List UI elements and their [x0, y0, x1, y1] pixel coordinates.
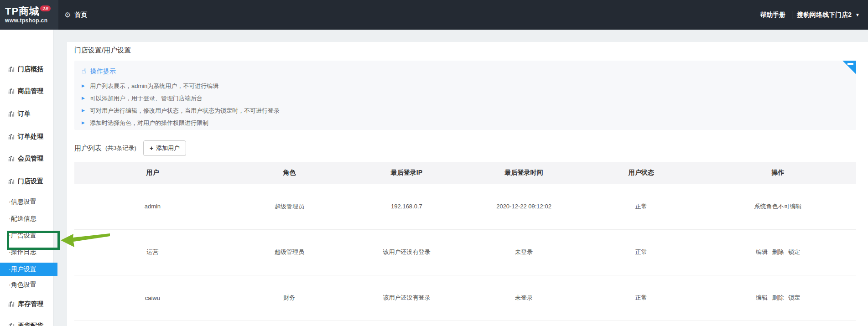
sidebar-item-operation-log[interactable]: ·操作日志: [0, 246, 53, 259]
cell-role: 超级管理员: [231, 184, 348, 229]
store-switcher[interactable]: 搜豹网络线下门店2 ▼: [797, 11, 860, 19]
lock-link[interactable]: 锁定: [788, 248, 800, 255]
tip-item: ▶ 用户列表展示，admin为系统用户，不可进行编辑: [82, 80, 838, 92]
cell-ops: 编辑 删除 锁定: [700, 275, 856, 321]
sidebar-item-goods-allocation[interactable]: 要货配货: [0, 320, 53, 326]
sidebar-item-label: 商品管理: [18, 87, 43, 95]
delete-link[interactable]: 删除: [772, 248, 784, 255]
cell-status: 正常: [582, 184, 700, 229]
sidebar-item-label: ·用户设置: [9, 265, 36, 274]
chart-icon: [8, 155, 15, 162]
sidebar-item-label: 库存管理: [18, 300, 43, 308]
tips-list: ▶ 用户列表展示，admin为系统用户，不可进行编辑 ▶ 可以添加用户，用于登录…: [82, 80, 838, 129]
cell-ip: 192.168.0.7: [348, 184, 465, 229]
lock-link[interactable]: 锁定: [788, 294, 800, 301]
sidebar-item-ad-settings[interactable]: ·广告设置: [0, 229, 53, 242]
sidebar-item-label: 订单: [18, 110, 31, 118]
app-logo: TP商城 3.0 www.tpshop.cn: [0, 0, 58, 30]
sidebar-item-label: ·配送信息: [9, 215, 36, 223]
hand-click-icon: ☝: [82, 67, 86, 75]
delete-link[interactable]: 删除: [772, 294, 784, 301]
bullet-icon: ▶: [82, 109, 85, 113]
user-list-header: 用户列表 (共3条记录) + 添加用户: [74, 141, 856, 155]
cell-role: 财务: [231, 275, 348, 321]
breadcrumb: 门店设置/用户设置: [74, 46, 856, 55]
chart-icon: [8, 66, 15, 73]
logo-version-badge: 3.0: [40, 5, 51, 11]
main-content: 门店设置/用户设置 ☝ 操作提示 ▶ 用户列表展示，admin为系统用户，不可进…: [67, 42, 868, 326]
sidebar-item-label: ·信息设置: [9, 198, 36, 206]
col-header-ip: 最后登录IP: [348, 162, 465, 184]
tip-item: ▶ 可以添加用户，用于登录、管理门店端后台: [82, 92, 838, 104]
top-bar-right: 帮助手册 搜豹网络线下门店2 ▼: [760, 11, 868, 19]
edit-link[interactable]: 编辑: [756, 248, 768, 255]
table-header-row: 用户 角色 最后登录IP 最后登录时间 用户状态 操作: [74, 162, 856, 184]
sidebar-item-role-settings[interactable]: ·角色设置: [0, 279, 53, 291]
add-user-button[interactable]: + 添加用户: [143, 140, 186, 156]
tip-item: ▶ 可对用户进行编辑，修改用户状态，当用户状态为锁定时，不可进行登录: [82, 104, 838, 117]
cell-user: admin: [74, 184, 231, 229]
sidebar-item-label: ·角色设置: [9, 281, 36, 289]
sidebar-item-label: 会员管理: [18, 155, 43, 163]
edit-link[interactable]: 编辑: [756, 294, 768, 301]
cell-time: 未登录: [465, 229, 582, 275]
col-header-ops: 操作: [700, 162, 856, 184]
chevron-down-icon: ▼: [855, 12, 860, 17]
table-row: caiwu 财务 该用户还没有登录 未登录 正常 编辑 删除 锁定: [74, 275, 856, 321]
help-manual-link[interactable]: 帮助手册: [760, 11, 785, 19]
sidebar-item-member-management[interactable]: 会员管理: [0, 152, 53, 165]
cell-ops: 系统角色不可编辑: [700, 184, 856, 229]
sidebar-item-orders[interactable]: 订单: [0, 108, 53, 120]
top-bar: TP商城 3.0 www.tpshop.cn ⚙ 首页 帮助手册 搜豹网络线下门…: [0, 0, 868, 30]
chart-icon: [8, 110, 15, 118]
nav-home[interactable]: ⚙ 首页: [64, 11, 87, 19]
add-user-label: 添加用户: [156, 144, 180, 152]
col-header-time: 最后登录时间: [465, 162, 582, 184]
col-header-role: 角色: [231, 162, 348, 184]
col-header-user: 用户: [74, 162, 231, 184]
cell-status: 正常: [582, 229, 700, 275]
table-row: 运营 超级管理员 该用户还没有登录 未登录 正常 编辑 删除 锁定: [74, 229, 856, 275]
bullet-icon: ▶: [82, 96, 85, 100]
sidebar-item-label: 订单处理: [18, 133, 43, 141]
chart-icon: [8, 178, 15, 185]
bullet-icon: ▶: [82, 121, 85, 125]
bullet-icon: ▶: [82, 84, 85, 88]
tips-title: ☝ 操作提示: [82, 66, 838, 76]
cell-ip: 该用户还没有登录: [348, 229, 465, 275]
tip-text: 添加时选择角色，对用户的操作权限进行限制: [90, 119, 208, 127]
gear-icon: ⚙: [64, 11, 71, 19]
tip-text: 可以添加用户，用于登录、管理门店端后台: [90, 94, 203, 103]
sidebar-item-store-settings[interactable]: 门店设置: [0, 175, 53, 188]
chart-icon: [8, 133, 15, 140]
sidebar-item-user-settings[interactable]: ·用户设置: [0, 263, 57, 276]
sidebar-item-info-settings[interactable]: ·信息设置: [0, 196, 53, 208]
sidebar-item-order-processing[interactable]: 订单处理: [0, 130, 53, 143]
chart-icon: [8, 88, 15, 95]
system-role-note: 系统角色不可编辑: [754, 203, 802, 210]
sidebar: 门店概括 商品管理 订单 订单处理 会员管理 门店设置 ·信息设置 ·配送信息 …: [0, 30, 53, 326]
cell-ops: 编辑 删除 锁定: [700, 229, 856, 275]
cell-role: 超级管理员: [231, 229, 348, 275]
sidebar-item-store-overview[interactable]: 门店概括: [0, 63, 53, 76]
sidebar-item-delivery-info[interactable]: ·配送信息: [0, 212, 53, 225]
collapse-dash-icon: [847, 63, 853, 65]
user-table: 用户 角色 最后登录IP 最后登录时间 用户状态 操作 admin 超级管理员 …: [74, 162, 856, 321]
separator: [792, 11, 792, 19]
sidebar-item-inventory-management[interactable]: 库存管理: [0, 298, 53, 310]
cell-user: 运营: [74, 229, 231, 275]
plus-icon: +: [150, 145, 153, 151]
record-count: (共3条记录): [105, 144, 136, 152]
nav-home-label: 首页: [74, 11, 87, 19]
chart-icon: [8, 322, 15, 326]
sidebar-item-product-management[interactable]: 商品管理: [0, 85, 53, 98]
tip-text: 用户列表展示，admin为系统用户，不可进行编辑: [90, 82, 218, 90]
tip-text: 可对用户进行编辑，修改用户状态，当用户状态为锁定时，不可进行登录: [90, 107, 280, 115]
user-list-title: 用户列表: [74, 144, 102, 153]
store-name: 搜豹网络线下门店2: [797, 11, 852, 19]
cell-status: 正常: [582, 275, 700, 321]
table-row: admin 超级管理员 192.168.0.7 2020-12-22 09:12…: [74, 184, 856, 229]
sidebar-item-label: ·操作日志: [9, 248, 36, 256]
chart-icon: [8, 300, 15, 308]
logo-title: TP商城: [5, 6, 40, 16]
